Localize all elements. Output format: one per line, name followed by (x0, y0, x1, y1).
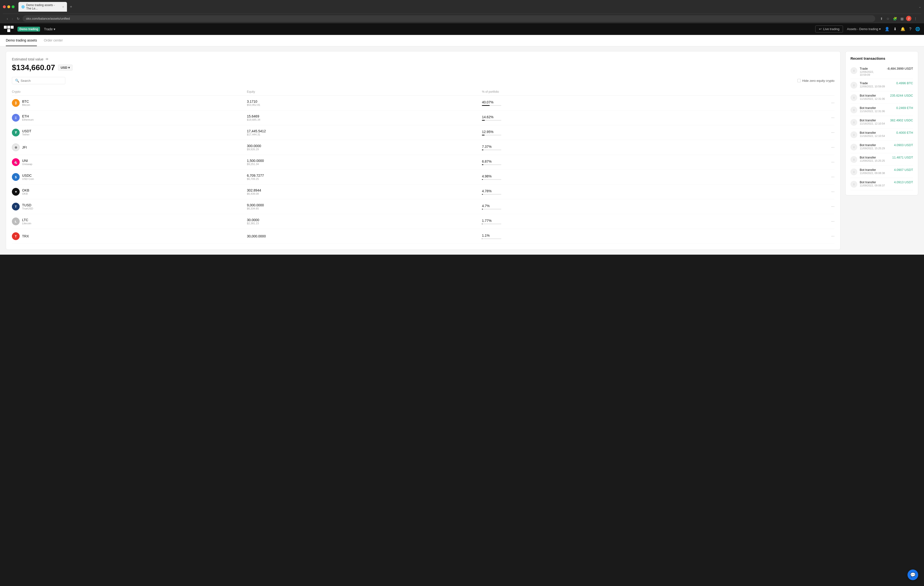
bookmark-icon[interactable]: ☆ (885, 16, 891, 22)
col-header-crypto: Crypto (12, 90, 247, 93)
live-trading-icon: ↩ (819, 27, 822, 31)
download-icon[interactable]: ⬇ (893, 27, 897, 31)
tx-date: 11/16/2022, 12:31:06 (860, 97, 885, 100)
hide-balance-icon[interactable]: 👁 (45, 57, 49, 61)
forward-button[interactable]: › (11, 16, 14, 22)
asset-more-button[interactable]: ··· (717, 175, 835, 179)
total-value-row: $134,660.07 USD ▾ (12, 63, 835, 72)
bell-icon[interactable]: 🔔 (901, 27, 905, 31)
new-tab-button[interactable]: + (68, 3, 74, 10)
transaction-item[interactable]: ↕ Bot transfer 11/09/2022, 09:08:38 4.09… (850, 166, 913, 178)
transaction-item[interactable]: ↕ Bot transfer 11/09/2022, 15:25:29 4.09… (850, 141, 913, 153)
transaction-item[interactable]: ↕ Bot transfer 11/09/2022, 15:25:25 11.4… (850, 153, 913, 166)
tx-icon: ↕ (850, 144, 857, 151)
transaction-item[interactable]: ↕ Bot transfer 11/16/2022, 12:31:06 0.24… (850, 104, 913, 116)
crypto-icon: T (12, 232, 20, 240)
table-row: T TUSD TrueUSD 9,000.0000 $6,334.65 4.7%… (12, 199, 835, 214)
portfolio-pct: 4.98% (482, 174, 717, 178)
asset-more-button[interactable]: ··· (717, 101, 835, 105)
equity-usd: $2,381.23 (247, 222, 482, 225)
progress-fill (482, 194, 483, 195)
profile-avatar[interactable]: J (906, 16, 911, 21)
portfolio-pct: 14.62% (482, 115, 717, 119)
tx-amount: -8,484.3999 USDT (887, 67, 913, 70)
transaction-item[interactable]: ↕ Bot transfer 11/09/2022, 09:08:37 4.09… (850, 178, 913, 190)
asset-equity: 9,000.0000 $6,334.65 (247, 203, 482, 210)
asset-info: ⊕ JFI (12, 144, 247, 151)
asset-more-button[interactable]: ··· (717, 204, 835, 209)
hide-zero-checkbox-row[interactable]: Hide zero equity crypto (797, 79, 835, 83)
globe-icon[interactable]: 🌐 (915, 27, 920, 31)
transaction-item[interactable]: ↕ Bot transfer 11/16/2022, 12:10:54 0.40… (850, 128, 913, 141)
back-button[interactable]: ‹ (6, 16, 9, 22)
search-box[interactable]: 🔍 (12, 77, 65, 84)
transaction-item[interactable]: ↕ Trade 12/06/2022, 10:59:09 0.4996 BTC (850, 79, 913, 91)
asset-symbol: USDC (22, 174, 34, 177)
address-bar-actions: ⬆ ☆ 🧩 ▦ J ⋮ (879, 16, 918, 22)
equity-value: 300.0000 (247, 144, 482, 148)
logo[interactable] (4, 26, 13, 33)
active-tab[interactable]: 🌐 Demo trading assets - The Le... ✕ (18, 2, 67, 12)
asset-more-button[interactable]: ··· (717, 234, 835, 238)
equity-value: 302.8944 (247, 189, 482, 192)
assets-dropdown[interactable]: Assets - Demo trading ▾ (847, 27, 881, 31)
live-trading-button[interactable]: ↩ Live trading (815, 25, 843, 33)
equity-usd: $6,334.65 (247, 207, 482, 210)
crypto-icon: 🦄 (12, 158, 20, 166)
tx-icon: ↕ (850, 156, 857, 163)
share-icon[interactable]: ⬆ (879, 16, 884, 22)
transaction-item[interactable]: ↕ Bot transfer 11/16/2022, 12:10:54 382.… (850, 116, 913, 128)
hide-zero-checkbox[interactable] (797, 79, 801, 82)
tab-title: Demo trading assets - The Le... (26, 3, 60, 10)
portfolio-pct: 12.95% (482, 130, 717, 134)
window-expand-icon[interactable]: ⌄ (919, 5, 921, 8)
equity-usd: $6,709.25 (247, 177, 482, 180)
help-icon[interactable]: ? (909, 27, 911, 31)
extensions-icon[interactable]: 🧩 (892, 16, 898, 22)
tx-left: ↕ Bot transfer 11/16/2022, 12:31:06 (850, 94, 885, 101)
tx-left: ↕ Bot transfer 11/16/2022, 12:31:06 (850, 106, 885, 113)
more-options-icon[interactable]: ⋮ (913, 16, 918, 22)
transaction-item[interactable]: ↕ Bot transfer 11/16/2022, 12:31:06 235.… (850, 91, 913, 104)
trade-menu[interactable]: Trade ▾ (44, 27, 55, 31)
page-tabs: Demo trading assets Order center (0, 35, 924, 46)
asset-more-button[interactable]: ··· (717, 219, 835, 223)
tx-amount: 0.4996 BTC (896, 81, 913, 85)
minimize-button[interactable] (7, 5, 10, 8)
fullscreen-button[interactable] (12, 5, 15, 8)
portfolio-pct: 6.87% (482, 159, 717, 163)
page-content: Estimated total value 👁 $134,660.07 USD … (0, 46, 924, 255)
close-button[interactable] (3, 5, 6, 8)
asset-more-button[interactable]: ··· (717, 116, 835, 120)
currency-selector[interactable]: USD ▾ (58, 65, 73, 71)
portfolio-pct: 40.07% (482, 100, 717, 104)
crypto-icon: ₮ (12, 129, 20, 136)
portfolio-pct: 4.7% (482, 204, 717, 208)
tx-amount: 235.6244 USDC (890, 94, 913, 97)
tab-demo-trading-assets[interactable]: Demo trading assets (6, 35, 37, 46)
nav-right: ↩ Live trading Assets - Demo trading ▾ 👤… (815, 25, 920, 33)
tab-order-center[interactable]: Order center (44, 35, 63, 46)
asset-more-button[interactable]: ··· (717, 145, 835, 149)
tab-close-icon[interactable]: ✕ (62, 6, 64, 8)
equity-value: 17,445.5412 (247, 129, 482, 133)
asset-more-button[interactable]: ··· (717, 190, 835, 194)
tx-type-icon: ↕ (853, 108, 855, 112)
asset-info: ₿ BTC Bitcoin (12, 99, 247, 107)
transaction-item[interactable]: ↕ Trade 12/06/2022, 10:59:09 -8,484.3999… (850, 65, 913, 79)
asset-more-button[interactable]: ··· (717, 160, 835, 164)
asset-symbol: TUSD (22, 203, 33, 207)
user-icon[interactable]: 👤 (885, 27, 889, 31)
url-input[interactable] (23, 15, 875, 22)
svg-rect-1 (7, 26, 10, 29)
search-input[interactable] (21, 79, 61, 83)
progress-fill (482, 209, 483, 210)
tx-icon: ↕ (850, 169, 857, 175)
tx-type: Bot transfer (860, 106, 885, 110)
progress-bar (482, 209, 501, 210)
sidebar-icon[interactable]: ▦ (899, 16, 904, 22)
tx-date: 11/16/2022, 12:31:06 (860, 110, 885, 113)
asset-more-button[interactable]: ··· (717, 130, 835, 135)
tx-type: Bot transfer (860, 180, 885, 184)
refresh-button[interactable]: ↻ (16, 16, 21, 22)
